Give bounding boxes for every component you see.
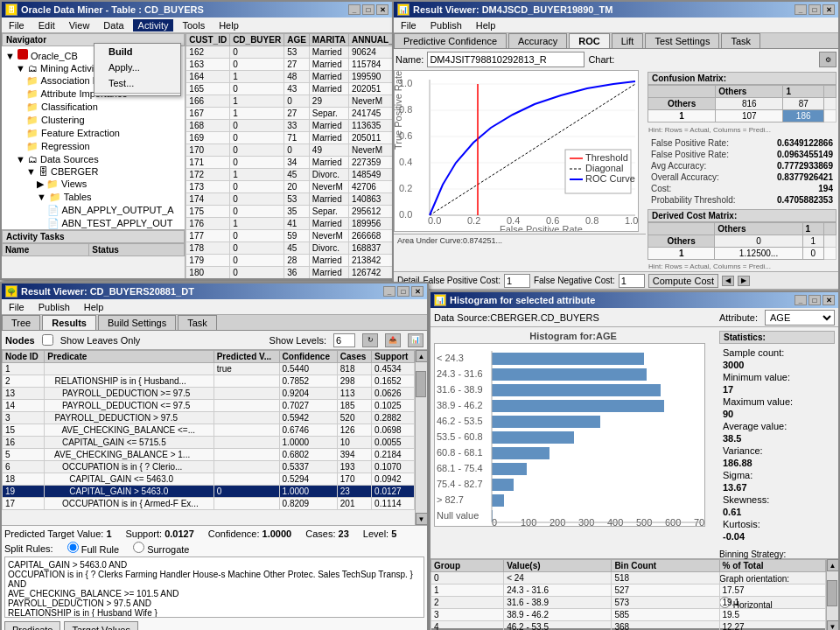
table-row: 1700049NeverM <box>186 144 405 157</box>
table-cell: 27 <box>284 108 310 120</box>
dt-maximize[interactable]: □ <box>397 286 410 297</box>
chart-options-btn[interactable]: ⚙ <box>819 52 836 67</box>
dt-tab-results[interactable]: Results <box>42 315 96 330</box>
dt-scroll-thumb[interactable] <box>416 371 426 397</box>
predicate-btn[interactable]: Predicate <box>4 621 60 630</box>
dt-menu-help[interactable]: Help <box>79 301 109 313</box>
dt-table-cell <box>214 400 279 412</box>
dt-tab-build[interactable]: Build Settings <box>98 315 176 330</box>
table-cell: 0 <box>230 59 284 71</box>
detail-prev[interactable]: ◀ <box>722 276 734 286</box>
menu-activity[interactable]: Activity <box>133 19 174 32</box>
dt-refresh-btn[interactable]: ↻ <box>362 333 378 347</box>
dt-scroll-up[interactable]: ▲ <box>416 350 428 362</box>
dt-scroll-track[interactable] <box>416 362 428 513</box>
menu-tools[interactable]: Tools <box>177 19 210 32</box>
tab-lift[interactable]: Lift <box>612 33 644 48</box>
dropdown-test[interactable]: Test... <box>94 75 180 91</box>
close-btn[interactable]: ✕ <box>376 4 388 15</box>
dt-table-cell: 23 <box>337 486 371 498</box>
maximize-btn[interactable]: □ <box>362 4 374 15</box>
menu-help[interactable]: Help <box>214 19 244 32</box>
target-values-btn[interactable]: Target Values <box>64 621 137 630</box>
hist-scrollbar[interactable]: ▲ ▼ <box>826 559 838 630</box>
roc-menu-publish[interactable]: Publish <box>425 19 467 32</box>
tab-test-settings[interactable]: Test Settings <box>645 33 719 48</box>
hist-scroll-track[interactable] <box>827 571 839 620</box>
menu-data[interactable]: Data <box>98 19 129 32</box>
dt-menu-publish[interactable]: Publish <box>33 301 75 313</box>
menu-view[interactable]: View <box>64 19 95 32</box>
tree-clustering[interactable]: 📁 Clustering <box>24 114 183 127</box>
tree-cberger[interactable]: ▼ 🗄 CBERGER <box>24 165 183 178</box>
main-menubar: File Edit View Data Activity Tools Help <box>2 18 392 33</box>
tree-cberger-children: ▶ 📁 Views ▼ 📁 Tables 📄 ABN_APPLY_OUTPUT_… <box>24 178 183 229</box>
roc-controls[interactable]: _ □ ✕ <box>794 4 835 15</box>
main-window-controls[interactable]: _ □ ✕ <box>348 4 388 15</box>
dt-minimize[interactable]: _ <box>383 286 396 297</box>
tree-regression[interactable]: 📁 Regression <box>24 140 183 153</box>
table-cell: 36 <box>284 267 310 279</box>
dt-tab-task[interactable]: Task <box>178 315 217 330</box>
data-table-scroll[interactable]: CUST_ID CD_BUYER AGE MARITA ANNUAL_IN 16… <box>186 33 405 278</box>
roc-menu-help[interactable]: Help <box>471 19 501 32</box>
roc-minimize[interactable]: _ <box>794 4 807 15</box>
dt-close[interactable]: ✕ <box>411 286 424 297</box>
hist-table-cell: 31.6 - 38.9 <box>504 597 612 609</box>
tree-feature[interactable]: 📁 Feature Extraction <box>24 127 183 140</box>
tree-classification[interactable]: 📁 Classification <box>24 101 183 114</box>
fn-cost-input[interactable] <box>619 274 645 288</box>
hist-scroll-thumb[interactable] <box>827 580 837 606</box>
show-leaves-check[interactable] <box>42 334 53 346</box>
tab-roc[interactable]: ROC <box>569 33 609 48</box>
dt-tab-tree[interactable]: Tree <box>2 315 40 330</box>
cm-scroll[interactable] <box>824 86 836 98</box>
hist-close[interactable]: ✕ <box>822 295 835 305</box>
name-input[interactable] <box>427 52 584 67</box>
detail-next[interactable]: ▶ <box>738 276 750 286</box>
table-cell: Married <box>309 59 348 71</box>
dt-graph-btn[interactable]: 📊 <box>408 333 424 347</box>
minimize-btn[interactable]: _ <box>348 4 360 15</box>
dropdown-apply[interactable]: Apply... <box>94 60 180 75</box>
show-levels-input[interactable] <box>333 333 355 347</box>
svg-text:0.2: 0.2 <box>467 215 480 226</box>
table-cell: 1 <box>230 169 284 181</box>
dt-scroll-down[interactable]: ▼ <box>416 513 428 525</box>
full-rule-radio[interactable] <box>67 542 79 553</box>
tree-abn-apply[interactable]: 📄 ABN_APPLY_OUTPUT_A <box>46 204 183 217</box>
table-cell: 176 <box>186 218 230 230</box>
compute-cost-btn[interactable]: Compute Cost <box>648 274 718 288</box>
tree-datasources[interactable]: ▼ 🗂 Data Sources <box>14 153 183 165</box>
menu-file[interactable]: File <box>4 19 30 32</box>
roc-close[interactable]: ✕ <box>822 4 835 15</box>
attr-select[interactable]: AGE <box>765 310 835 326</box>
roc-menu-file[interactable]: File <box>396 19 422 32</box>
hist-table-cell: 518 <box>612 572 719 584</box>
tab-pred-conf[interactable]: Predictive Confidence <box>394 33 507 48</box>
dt-scrollbar[interactable]: ▲ ▼ <box>415 350 427 525</box>
table-cell: 165 <box>186 83 230 95</box>
roc-maximize[interactable]: □ <box>808 4 821 15</box>
menu-edit[interactable]: Edit <box>33 19 60 32</box>
tab-task[interactable]: Task <box>721 33 760 48</box>
tree-views[interactable]: ▶ 📁 Views <box>35 178 183 191</box>
hist-controls[interactable]: _ □ ✕ <box>794 295 835 305</box>
surrogate-radio[interactable] <box>133 542 144 553</box>
dt-controls[interactable]: _ □ ✕ <box>383 286 424 297</box>
dt-export-btn[interactable]: 📤 <box>385 333 401 347</box>
tree-abn-test[interactable]: 📄 ABN_TEST_APPLY_OUT <box>46 217 183 229</box>
hist-bottom-scroll[interactable]: Group Value(s) Bin Count % of Total 0< 2… <box>430 559 826 630</box>
confidence-label: Confidence: 1.0000 <box>208 528 291 539</box>
dt-table-scroll[interactable]: Node ID Predicate Predicted V... Confide… <box>2 350 415 525</box>
hist-scroll-up[interactable]: ▲ <box>827 559 839 571</box>
fp-cost-input[interactable] <box>504 274 530 288</box>
dropdown-build[interactable]: Build <box>94 44 180 60</box>
hist-minimize[interactable]: _ <box>794 295 807 305</box>
hist-scroll-down[interactable]: ▼ <box>827 620 839 630</box>
dt-menu-file[interactable]: File <box>4 301 30 313</box>
support-label: Support: 0.0127 <box>126 528 194 539</box>
hist-maximize[interactable]: □ <box>808 295 821 305</box>
tab-accuracy[interactable]: Accuracy <box>508 33 567 48</box>
tree-tables[interactable]: ▼ 📁 Tables <box>35 191 183 204</box>
